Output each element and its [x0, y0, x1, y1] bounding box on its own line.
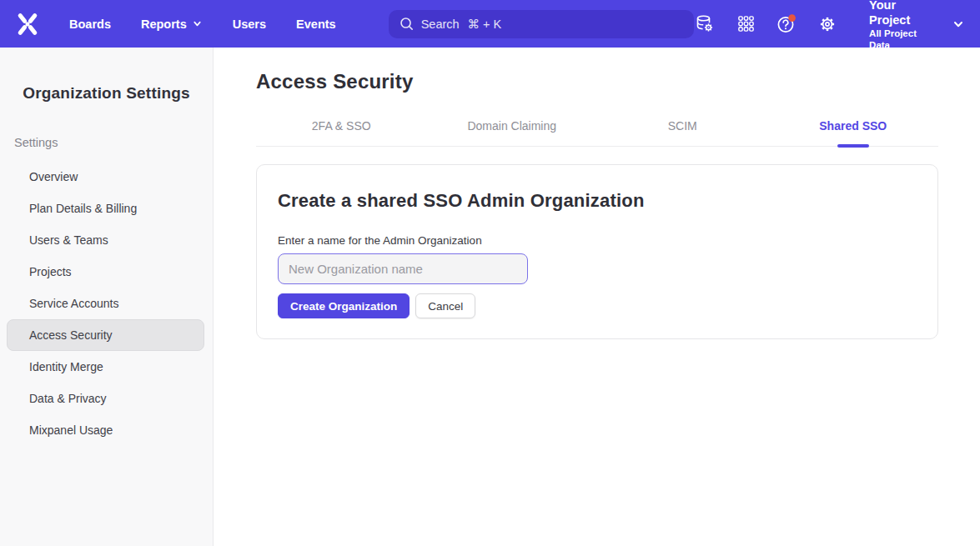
help-icon: [776, 13, 797, 35]
sidebar-section-label: Settings: [14, 136, 213, 149]
settings-gear-icon: [817, 14, 837, 34]
sidebar-item-users-teams[interactable]: Users & Teams: [0, 224, 213, 256]
tab-domain-claiming[interactable]: Domain Claiming: [427, 119, 598, 146]
main-nav: Boards Reports Users Events: [69, 18, 336, 31]
sidebar-item-plan-details-billing[interactable]: Plan Details & Billing: [0, 193, 213, 224]
project-info: Your Project All Project Data: [869, 0, 940, 51]
nav-users[interactable]: Users: [233, 18, 266, 31]
sidebar-item-mixpanel-usage[interactable]: Mixpanel Usage: [0, 414, 213, 446]
apps-grid-button[interactable]: [735, 13, 756, 35]
search-placeholder: Search: [421, 18, 460, 31]
sidebar-item-data-privacy[interactable]: Data & Privacy: [0, 383, 213, 414]
nav-events[interactable]: Events: [296, 18, 336, 31]
help-button[interactable]: [776, 13, 797, 35]
tab-shared-sso[interactable]: Shared SSO: [768, 119, 939, 146]
data-management-button[interactable]: [694, 13, 716, 35]
top-navbar: Boards Reports Users Events Search ⌘ + K: [0, 0, 980, 48]
sidebar-item-identity-merge[interactable]: Identity Merge: [0, 351, 213, 383]
sidebar-item-service-accounts[interactable]: Service Accounts: [0, 288, 213, 319]
tab-scim[interactable]: SCIM: [597, 119, 768, 146]
project-title: Your Project: [869, 0, 940, 28]
search-icon: [399, 16, 415, 32]
org-name-label: Enter a name for the Admin Organization: [278, 234, 917, 247]
main-content: Access Security 2FA & SSO Domain Claimin…: [214, 48, 980, 546]
settings-gear-button[interactable]: [817, 13, 838, 35]
sidebar-title: Organization Settings: [0, 84, 213, 103]
settings-sidebar: Organization Settings Settings Overview …: [0, 48, 214, 546]
chevron-down-icon: [192, 18, 203, 29]
data-management-icon: [695, 14, 715, 34]
nav-boards[interactable]: Boards: [69, 18, 111, 31]
search-shortcut: ⌘ + K: [468, 18, 502, 31]
chevron-down-icon: [952, 18, 965, 31]
navbar-actions: Your Project All Project Data: [694, 0, 965, 51]
project-switcher[interactable]: Your Project All Project Data: [869, 0, 965, 51]
nav-reports-label: Reports: [141, 18, 187, 31]
sidebar-item-access-security[interactable]: Access Security: [7, 319, 204, 351]
search-input[interactable]: Search ⌘ + K: [389, 10, 695, 38]
card-actions: Create Organization Cancel: [278, 293, 917, 318]
org-name-input[interactable]: [278, 253, 528, 284]
nav-reports[interactable]: Reports: [141, 18, 203, 31]
create-organization-button[interactable]: Create Organization: [278, 293, 410, 318]
card-heading: Create a shared SSO Admin Organization: [278, 190, 917, 212]
apps-grid-icon: [736, 14, 756, 33]
tab-2fa-sso[interactable]: 2FA & SSO: [256, 119, 427, 146]
page-title: Access Security: [256, 70, 938, 93]
sidebar-items: Overview Plan Details & Billing Users & …: [0, 161, 213, 446]
tab-bar: 2FA & SSO Domain Claiming SCIM Shared SS…: [256, 119, 938, 147]
sidebar-item-projects[interactable]: Projects: [0, 256, 213, 288]
sidebar-item-overview[interactable]: Overview: [0, 161, 213, 193]
cancel-button[interactable]: Cancel: [415, 293, 475, 318]
create-admin-org-card: Create a shared SSO Admin Organization E…: [256, 164, 938, 339]
mixpanel-logo[interactable]: [15, 12, 40, 37]
